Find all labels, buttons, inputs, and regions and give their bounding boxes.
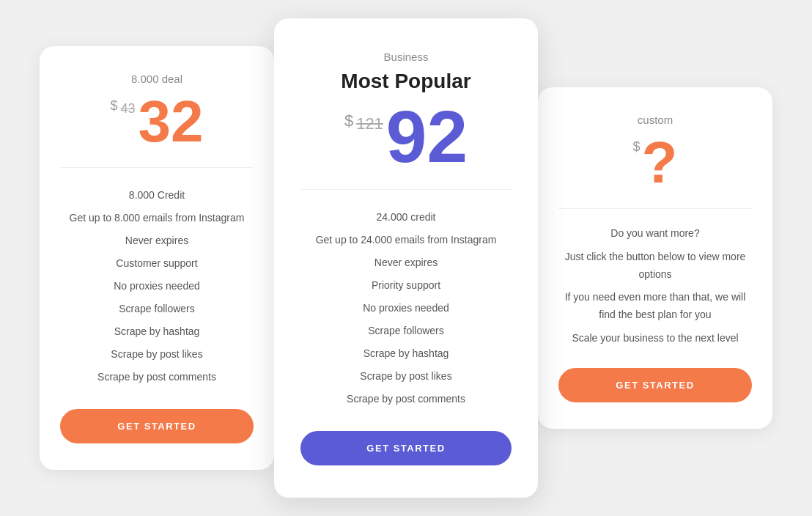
basic-new-price: 32: [139, 92, 204, 151]
basic-dollar: $: [110, 98, 117, 114]
business-new-price: 92: [386, 100, 468, 173]
list-item: Customer support: [60, 252, 254, 275]
business-divider: [300, 189, 512, 190]
business-dollar: $: [344, 111, 353, 130]
basic-features: 8.000 Credit Get up to 8.000 emails from…: [60, 184, 254, 388]
custom-cta-button[interactable]: GET STARTED: [558, 368, 752, 402]
custom-divider: [558, 208, 752, 209]
business-cta-button[interactable]: GET STARTED: [300, 431, 512, 465]
pricing-container: 8.000 deal $ 43 32 8.000 Credit Get up t…: [15, 18, 797, 498]
list-item: Get up to 8.000 emails from Instagram: [60, 207, 254, 229]
list-item: Scrape by post comments: [300, 388, 512, 410]
list-item: Scrape by hashtag: [60, 320, 254, 343]
custom-desc3: If you need even more than that, we will…: [558, 289, 752, 324]
list-item: No proxies needed: [300, 297, 512, 320]
basic-cta-button[interactable]: GET STARTED: [60, 409, 254, 443]
list-item: Scrape followers: [60, 298, 254, 320]
business-features: 24.000 credit Get up to 24.000 emails fr…: [300, 206, 512, 410]
list-item: Scrape by post comments: [60, 366, 254, 388]
list-item: Never expires: [300, 251, 512, 274]
list-item: Scrape by post likes: [60, 343, 254, 366]
business-old-price: 121: [356, 114, 383, 133]
list-item: No proxies needed: [60, 275, 254, 298]
business-price-block: $ 121 92: [300, 100, 512, 173]
basic-divider: [60, 167, 254, 168]
basic-title: 8.000 deal: [60, 73, 254, 85]
custom-desc2: Just click the button below to view more…: [558, 248, 752, 284]
custom-card: custom $ ? Do you want more? Just click …: [538, 87, 772, 429]
list-item: Get up to 24.000 emails from Instagram: [300, 229, 512, 251]
list-item: 8.000 Credit: [60, 184, 254, 207]
list-item: Priority support: [300, 274, 512, 297]
list-item: Never expires: [60, 229, 254, 252]
list-item: Scrape by post likes: [300, 365, 512, 388]
basic-card: 8.000 deal $ 43 32 8.000 Credit Get up t…: [40, 46, 274, 470]
business-title: Business: [300, 51, 512, 63]
custom-description: Do you want more? Just click the button …: [558, 225, 752, 347]
basic-old-price: 43: [121, 101, 136, 117]
custom-dollar: $: [633, 139, 641, 155]
list-item: 24.000 credit: [300, 206, 512, 229]
custom-desc1: Do you want more?: [558, 225, 752, 243]
custom-price-block: $ ?: [558, 133, 752, 192]
list-item: Scrape by hashtag: [300, 342, 512, 365]
custom-desc4: Scale your business to the next level: [558, 330, 752, 347]
custom-title: custom: [558, 114, 752, 126]
most-popular-label: Most Popular: [300, 70, 512, 93]
list-item: Scrape followers: [300, 320, 512, 342]
basic-price-block: $ 43 32: [60, 92, 254, 151]
business-card: Business Most Popular $ 121 92 24.000 cr…: [274, 18, 538, 498]
custom-question-mark: ?: [642, 133, 678, 192]
